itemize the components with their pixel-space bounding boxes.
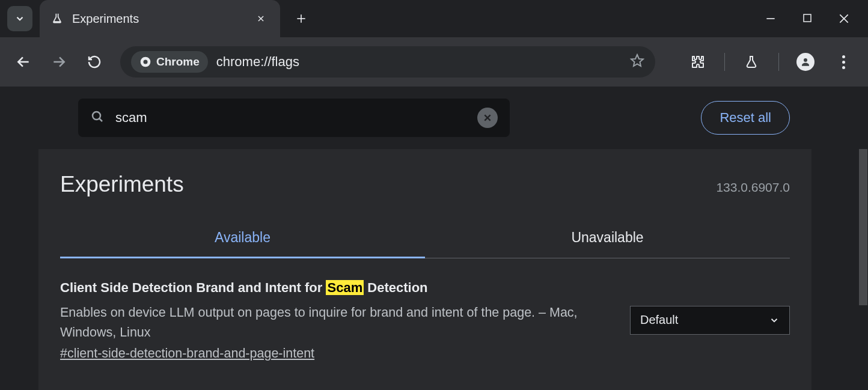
reload-button[interactable] (85, 51, 105, 73)
separator (724, 53, 725, 71)
flag-state-value: Default (640, 313, 678, 327)
flag-anchor-link[interactable]: #client-side-detection-brand-and-page-in… (60, 346, 314, 361)
reload-icon (87, 55, 102, 69)
flask-icon (50, 12, 64, 25)
minimize-button[interactable] (765, 13, 777, 25)
tab-row: Available Unavailable (60, 230, 790, 258)
chrome-chip: Chrome (131, 51, 208, 73)
svg-point-13 (804, 58, 807, 62)
chevron-down-icon (769, 315, 780, 326)
menu-button[interactable] (833, 50, 855, 74)
search-icon (90, 109, 105, 126)
chrome-chip-label: Chrome (156, 55, 200, 69)
flag-state-select[interactable]: Default (630, 306, 790, 335)
tab-available[interactable]: Available (60, 230, 425, 258)
clear-search-button[interactable] (477, 108, 498, 128)
titlebar: Experiments (0, 0, 868, 37)
svg-point-11 (143, 60, 147, 64)
back-button[interactable] (13, 51, 33, 73)
tab-title: Experiments (72, 12, 139, 26)
profile-button[interactable] (795, 50, 817, 74)
flags-search-input[interactable] (115, 110, 466, 126)
omnibox[interactable]: Chrome chrome://flags (120, 46, 655, 78)
svg-rect-5 (804, 14, 811, 22)
flags-search-row: Reset all (0, 87, 868, 149)
tab-unavailable[interactable]: Unavailable (425, 230, 790, 258)
maximize-button[interactable] (802, 13, 813, 25)
forward-button[interactable] (49, 51, 69, 73)
tab-search-button[interactable] (7, 6, 32, 31)
scrollbar-thumb[interactable] (859, 149, 867, 305)
omnibox-url: chrome://flags (216, 54, 622, 70)
minimize-icon (765, 13, 777, 25)
chevron-down-icon (14, 13, 25, 24)
extensions-button[interactable] (686, 50, 709, 74)
bookmark-button[interactable] (630, 53, 644, 70)
close-icon (257, 14, 265, 23)
svg-line-15 (100, 119, 103, 122)
close-window-button[interactable] (838, 13, 850, 25)
arrow-left-icon (16, 54, 31, 70)
puzzle-icon (691, 55, 705, 69)
chrome-logo-icon (139, 56, 151, 68)
separator (778, 53, 779, 71)
search-highlight: Scam (326, 280, 364, 295)
kebab-icon (842, 55, 845, 69)
vertical-scrollbar[interactable] (858, 149, 868, 390)
svg-marker-12 (631, 55, 643, 66)
avatar-icon (796, 53, 815, 71)
tab-close-button[interactable] (254, 11, 268, 26)
labs-button[interactable] (741, 50, 763, 74)
page-title: Experiments (60, 172, 184, 197)
window-controls (765, 13, 868, 25)
reset-all-button[interactable]: Reset all (701, 101, 790, 135)
content-panel: Experiments 133.0.6907.0 Available Unava… (38, 149, 811, 390)
close-icon (483, 113, 492, 123)
flag-title: Client Side Detection Brand and Intent f… (60, 279, 606, 297)
flag-description: Enables on device LLM output on pages to… (60, 303, 606, 343)
star-icon (630, 53, 644, 68)
browser-tab[interactable]: Experiments (40, 0, 280, 37)
plus-icon (295, 13, 307, 25)
flags-search-box[interactable] (78, 99, 510, 137)
new-tab-button[interactable] (289, 6, 314, 31)
close-icon (838, 13, 850, 25)
svg-point-14 (93, 112, 100, 120)
maximize-icon (802, 13, 813, 23)
flask-icon (744, 55, 759, 69)
arrow-right-icon (51, 54, 67, 70)
toolbar: Chrome chrome://flags (0, 37, 868, 87)
flag-item: Client Side Detection Brand and Intent f… (60, 279, 790, 361)
chrome-version: 133.0.6907.0 (716, 180, 790, 195)
